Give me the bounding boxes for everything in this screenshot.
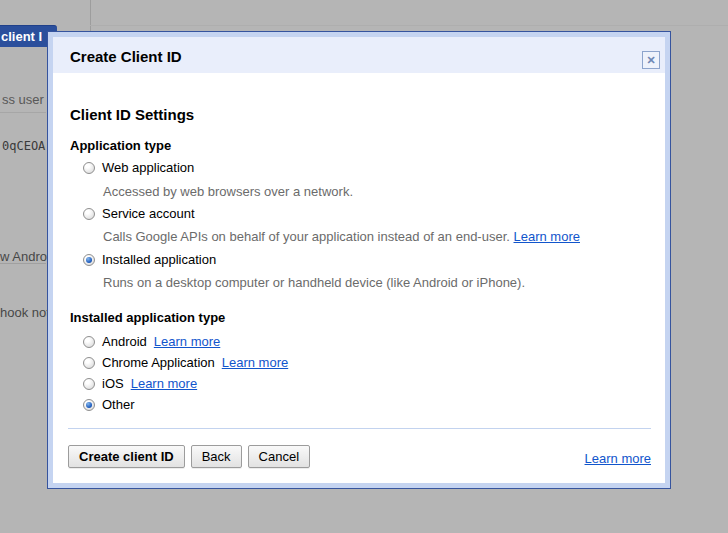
- footer-divider: [68, 428, 651, 429]
- service-account-learn-more-link[interactable]: Learn more: [514, 229, 580, 244]
- radio-other[interactable]: Other: [83, 397, 135, 412]
- dialog-title: Create Client ID: [70, 48, 182, 65]
- android-learn-more-link[interactable]: Learn more: [154, 334, 220, 349]
- background-row-divider: [0, 112, 46, 113]
- background-android-text: w Andro: [0, 249, 47, 264]
- background-notifications-text: hook not: [0, 305, 50, 320]
- radio-label[interactable]: Other: [102, 397, 135, 412]
- radio-ios[interactable]: iOS Learn more: [83, 376, 197, 391]
- installed-application-description: Runs on a desktop computer or handheld d…: [103, 275, 525, 290]
- dialog-content: Client ID Settings Application type Web …: [53, 73, 665, 483]
- radio-installed-application[interactable]: Installed application: [83, 252, 216, 267]
- create-client-id-button[interactable]: Create client ID: [68, 445, 185, 468]
- radio-chrome-application[interactable]: Chrome Application Learn more: [83, 355, 288, 370]
- radio-icon[interactable]: [83, 208, 95, 220]
- radio-label[interactable]: Android: [102, 334, 147, 349]
- installed-application-type-heading: Installed application type: [70, 310, 225, 325]
- radio-label[interactable]: Web application: [102, 160, 194, 175]
- service-account-description: Calls Google APIs on behalf of your appl…: [103, 229, 580, 244]
- background-row-divider2: [0, 263, 46, 264]
- footer-learn-more-link[interactable]: Learn more: [585, 451, 651, 466]
- cancel-button[interactable]: Cancel: [248, 445, 310, 468]
- background-client-id-text: 0qCEOA: [2, 139, 45, 153]
- radio-android[interactable]: Android Learn more: [83, 334, 220, 349]
- close-icon[interactable]: ✕: [642, 51, 660, 69]
- radio-web-application[interactable]: Web application: [83, 160, 194, 175]
- back-button[interactable]: Back: [191, 445, 242, 468]
- background-panel-edge: [90, 25, 728, 26]
- radio-icon[interactable]: [83, 378, 95, 390]
- description-text: Calls Google APIs on behalf of your appl…: [103, 229, 510, 244]
- radio-service-account[interactable]: Service account: [83, 206, 195, 221]
- radio-label[interactable]: Installed application: [102, 252, 216, 267]
- radio-label[interactable]: Chrome Application: [102, 355, 215, 370]
- footer-buttons: Create client ID Back Cancel: [68, 445, 310, 468]
- radio-selected-icon[interactable]: [83, 399, 95, 411]
- background-panel-divider: [90, 0, 91, 31]
- dialog-header: Create Client ID ✕: [53, 37, 665, 73]
- radio-label[interactable]: iOS: [102, 376, 124, 391]
- application-type-heading: Application type: [70, 138, 171, 153]
- radio-icon[interactable]: [83, 162, 95, 174]
- radio-label[interactable]: Service account: [102, 206, 195, 221]
- radio-icon[interactable]: [83, 357, 95, 369]
- chrome-learn-more-link[interactable]: Learn more: [222, 355, 288, 370]
- create-client-id-dialog: Create Client ID ✕ Client ID Settings Ap…: [47, 31, 671, 489]
- ios-learn-more-link[interactable]: Learn more: [131, 376, 197, 391]
- web-application-description: Accessed by web browsers over a network.: [103, 184, 353, 199]
- radio-icon[interactable]: [83, 336, 95, 348]
- client-id-settings-heading: Client ID Settings: [70, 106, 194, 123]
- background-user-text: ss user: [2, 92, 44, 107]
- radio-selected-icon[interactable]: [83, 254, 95, 266]
